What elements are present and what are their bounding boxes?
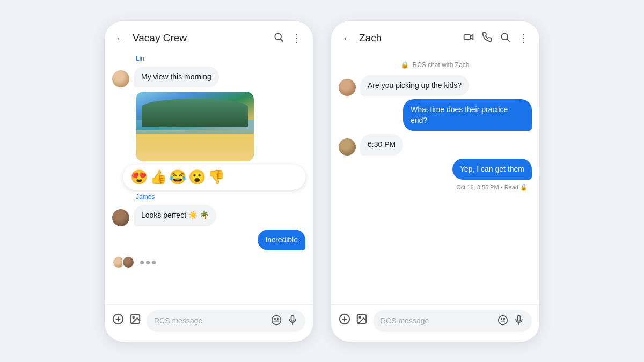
message-row-sent-practice: What time does their practice end? [339,99,532,131]
phone1-header: ← Vacay Crew ⋮ [105,21,313,50]
chat-title-zach: Zach [359,32,459,44]
reaction-laughing[interactable]: 😂 [169,169,186,186]
phone-zach: ← Zach ⋮ 🔒 RCS chat with Zach [331,20,540,342]
svg-point-9 [275,318,276,319]
svg-line-15 [507,39,510,41]
typing-dot-1 [140,261,144,264]
input-placeholder-zach: RCS message [380,316,429,325]
typing-avatar-james [122,256,135,269]
search-icon[interactable] [273,32,284,45]
chat-title: Vacay Crew [133,32,269,44]
svg-point-20 [359,316,361,318]
phone-icon[interactable] [481,32,492,45]
search-icon-zach[interactable] [500,32,510,45]
phone2-header: ← Zach ⋮ [331,21,539,50]
emoji-button-vacay[interactable] [271,315,282,327]
mic-button-zach[interactable] [514,315,524,327]
input-icons-zach [497,315,524,327]
rcs-info-text: RCS chat with Zach [412,61,469,69]
svg-point-21 [499,315,508,324]
svg-point-7 [272,315,281,324]
typing-dots [136,257,160,268]
lock-icon: 🔒 [401,61,409,69]
svg-point-23 [501,318,502,319]
bubble-sent-incredible: Incredible [258,230,305,251]
sender-james-label: James [136,193,305,201]
message-input-vacay[interactable]: RCS message [147,310,305,332]
back-button[interactable]: ← [115,32,126,45]
mic-button-vacay[interactable] [287,315,298,327]
sender-lin-label: Lin [136,55,305,62]
water-overlay [136,120,254,134]
message-row-sent-incredible: Incredible [112,230,305,251]
add-button-zach[interactable] [339,313,350,328]
message-row-lin: My view this morning [112,67,305,88]
typing-indicator [112,256,305,269]
svg-point-10 [277,318,279,319]
bubble-james-text: Looks perfect ☀️ 🌴 [134,205,216,226]
add-button[interactable] [112,313,124,328]
gallery-button-zach[interactable] [356,313,368,328]
message-row-sent-yep: Yep, I can get them [339,159,532,180]
input-placeholder-vacay: RCS message [154,316,202,325]
message-row-zach-q1: Are you picking up the kids? [339,75,532,97]
header-icons-zach: ⋮ [463,32,529,45]
chat-footer-vacay: RCS message [105,304,313,342]
reaction-thumbs-up[interactable]: 👍 [150,169,167,186]
typing-avatars [112,256,131,269]
avatar-james [112,209,129,226]
chat-footer-zach: RCS message [331,304,539,342]
header-icons: ⋮ [273,32,302,45]
svg-rect-11 [291,315,294,321]
back-button-zach[interactable]: ← [342,32,353,45]
rcs-info-banner: 🔒 RCS chat with Zach [339,55,532,72]
chat-body-vacay: Lin My view this morning 😍 👍 😂 😮 👎 [105,50,313,304]
typing-dot-2 [146,261,150,264]
message-status: Oct 16, 3:55 PM • Read 🔒 [339,184,528,191]
svg-rect-25 [518,315,521,321]
reaction-heart-eyes[interactable]: 😍 [130,169,148,186]
bubble-sent-yep: Yep, I can get them [452,159,532,180]
message-row-james: Looks perfect ☀️ 🌴 [112,205,305,226]
svg-line-1 [281,39,283,41]
message-input-zach[interactable]: RCS message [373,310,532,332]
message-row-zach-time: 6:30 PM [339,134,532,156]
beach-photo [136,92,254,161]
more-options-icon[interactable]: ⋮ [291,32,302,45]
emoji-reactions-bar: 😍 👍 😂 😮 👎 [123,165,305,190]
beach-image [136,92,254,161]
typing-dot-3 [152,261,156,264]
phone-vacay-crew: ← Vacay Crew ⋮ Lin My view this morning [104,20,313,342]
svg-rect-13 [464,34,471,39]
chat-body-zach: 🔒 RCS chat with Zach Are you picking up … [331,50,539,304]
svg-point-24 [504,318,505,319]
reaction-surprised[interactable]: 😮 [188,169,206,186]
more-options-icon-zach[interactable]: ⋮ [518,32,529,45]
svg-point-6 [133,316,134,318]
video-icon[interactable] [463,32,474,45]
reaction-thumbs-down[interactable]: 👎 [208,169,225,186]
phones-container: ← Vacay Crew ⋮ Lin My view this morning [0,0,644,362]
avatar-zach-2 [339,138,356,156]
bubble-sent-practice: What time does their practice end? [403,99,532,131]
bubble-lin-text: My view this morning [134,67,219,88]
bubble-zach-time: 6:30 PM [360,134,403,156]
avatar-zach-1 [339,79,356,96]
input-icons-vacay [271,315,298,327]
gallery-button[interactable] [129,313,141,328]
emoji-button-zach[interactable] [497,315,508,327]
bubble-zach-q1: Are you picking up the kids? [360,75,469,97]
avatar-lin [112,70,129,87]
